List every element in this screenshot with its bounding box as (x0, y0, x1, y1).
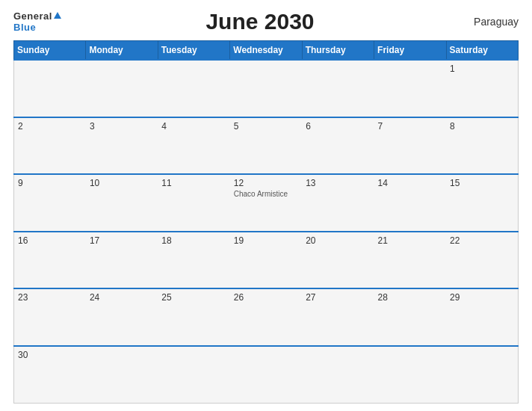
calendar-cell: 26 (230, 288, 302, 346)
calendar-cell: 17 (86, 232, 158, 289)
logo-general: General (13, 11, 52, 21)
calendar-cell (302, 60, 374, 117)
header: General Blue June 2030 Paraguay (13, 7, 519, 36)
weekday-header-thursday: Thursday (302, 41, 374, 61)
calendar-cell: 21 (374, 232, 446, 289)
weekday-header-wednesday: Wednesday (230, 41, 302, 61)
day-number: 29 (450, 292, 514, 303)
calendar-week-row: 1 (14, 60, 519, 117)
calendar-cell: 28 (374, 288, 446, 346)
day-number: 22 (450, 235, 514, 246)
calendar-cell: 3 (86, 117, 158, 175)
calendar-title: June 2030 (61, 9, 459, 34)
event-label: Chaco Armistice (234, 190, 298, 198)
calendar-cell: 12Chaco Armistice (230, 174, 302, 232)
calendar-cell: 30 (14, 346, 86, 404)
calendar-cell: 1 (446, 60, 518, 117)
day-number: 1 (450, 64, 514, 74)
calendar-cell: 5 (230, 117, 302, 175)
day-number: 6 (306, 121, 370, 132)
day-number: 5 (234, 121, 298, 132)
calendar-body: 123456789101112Chaco Armistice1314151617… (14, 60, 519, 404)
calendar-cell (158, 60, 229, 117)
day-number: 15 (450, 178, 514, 188)
calendar-week-row: 9101112Chaco Armistice131415 (14, 174, 519, 232)
calendar-cell: 27 (302, 288, 374, 346)
day-number: 12 (234, 178, 298, 188)
calendar-cell: 4 (158, 117, 229, 175)
weekday-header-monday: Monday (86, 41, 158, 61)
day-number: 24 (90, 292, 154, 303)
calendar-week-row: 23242526272829 (14, 288, 519, 346)
calendar-header: SundayMondayTuesdayWednesdayThursdayFrid… (14, 41, 519, 61)
calendar-cell: 13 (302, 174, 374, 232)
day-number: 18 (161, 235, 226, 246)
calendar-cell: 23 (14, 288, 86, 346)
calendar-cell (446, 346, 518, 404)
day-number: 16 (18, 235, 82, 246)
day-number: 17 (90, 235, 154, 246)
day-number: 26 (234, 292, 298, 303)
day-number: 4 (161, 121, 226, 132)
logo-triangle-icon (54, 12, 61, 19)
calendar-cell: 9 (14, 174, 86, 232)
day-number: 11 (161, 178, 226, 188)
calendar-week-row: 16171819202122 (14, 232, 519, 289)
weekday-header-saturday: Saturday (446, 41, 518, 61)
calendar-cell (158, 346, 229, 404)
day-number: 2 (18, 121, 82, 132)
logo-blue: Blue (13, 22, 36, 33)
logo: General Blue (13, 11, 61, 33)
weekday-header-friday: Friday (374, 41, 446, 61)
calendar-cell (302, 346, 374, 404)
calendar-cell: 20 (302, 232, 374, 289)
calendar-cell: 18 (158, 232, 229, 289)
day-number: 7 (378, 121, 442, 132)
country-label: Paraguay (459, 16, 519, 28)
day-number: 25 (161, 292, 226, 303)
calendar-cell: 2 (14, 117, 86, 175)
day-number: 3 (90, 121, 154, 132)
day-number: 10 (90, 178, 154, 188)
day-number: 28 (378, 292, 442, 303)
calendar-cell (374, 346, 446, 404)
calendar-cell: 19 (230, 232, 302, 289)
calendar-cell (230, 60, 302, 117)
calendar-cell (86, 346, 158, 404)
day-number: 9 (18, 178, 82, 188)
calendar-cell: 7 (374, 117, 446, 175)
day-number: 23 (18, 292, 82, 303)
weekday-header-sunday: Sunday (14, 41, 86, 61)
day-number: 30 (18, 350, 82, 360)
day-number: 19 (234, 235, 298, 246)
calendar-cell: 25 (158, 288, 229, 346)
calendar-cell: 16 (14, 232, 86, 289)
calendar-cell: 10 (86, 174, 158, 232)
calendar-week-row: 30 (14, 346, 519, 404)
calendar-table: SundayMondayTuesdayWednesdayThursdayFrid… (13, 40, 519, 404)
calendar-cell: 11 (158, 174, 229, 232)
day-number: 20 (306, 235, 370, 246)
day-number: 21 (378, 235, 442, 246)
calendar-cell: 24 (86, 288, 158, 346)
calendar-cell: 8 (446, 117, 518, 175)
day-number: 13 (306, 178, 370, 188)
calendar-cell (86, 60, 158, 117)
calendar-cell: 14 (374, 174, 446, 232)
calendar-cell (374, 60, 446, 117)
day-number: 14 (378, 178, 442, 188)
calendar-cell: 29 (446, 288, 518, 346)
calendar-week-row: 2345678 (14, 117, 519, 175)
calendar-cell (230, 346, 302, 404)
weekday-header-row: SundayMondayTuesdayWednesdayThursdayFrid… (14, 41, 519, 61)
day-number: 27 (306, 292, 370, 303)
weekday-header-tuesday: Tuesday (158, 41, 229, 61)
calendar-cell (14, 60, 86, 117)
calendar-cell: 6 (302, 117, 374, 175)
page: General Blue June 2030 Paraguay SundayMo… (0, 0, 532, 411)
calendar-cell: 15 (446, 174, 518, 232)
day-number: 8 (450, 121, 514, 132)
calendar-cell: 22 (446, 232, 518, 289)
